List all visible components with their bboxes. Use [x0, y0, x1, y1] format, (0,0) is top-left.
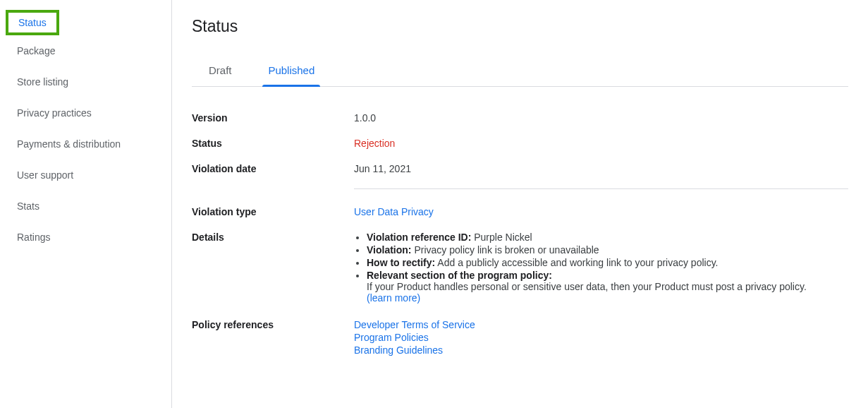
policy-section-text: If your Product handles personal or sens… [367, 281, 807, 292]
violation-date-value: Jun 11, 2021 [354, 163, 848, 174]
rectify-value: Add a publicly accessible and working li… [437, 257, 718, 268]
main-content: Status Draft Published Version 1.0.0 Sta… [172, 0, 868, 408]
sidebar: Status Package Store listing Privacy pra… [0, 0, 172, 408]
divider [354, 188, 848, 189]
sidebar-item-privacy-practices[interactable]: Privacy practices [0, 97, 171, 128]
sidebar-item-stats[interactable]: Stats [0, 191, 171, 222]
violation-detail-value: Privacy policy link is broken or unavail… [414, 244, 599, 256]
policy-section-label: Relevant section of the program policy: [367, 270, 552, 281]
sidebar-item-package[interactable]: Package [0, 35, 171, 66]
sidebar-item-ratings[interactable]: Ratings [0, 222, 171, 253]
version-label: Version [192, 112, 354, 124]
learn-more-link[interactable]: (learn more) [367, 292, 420, 304]
violation-date-label: Violation date [192, 163, 354, 174]
ref-id-label: Violation reference ID: [367, 232, 471, 243]
rectify-label: How to rectify: [367, 257, 435, 268]
status-value: Rejection [354, 138, 848, 149]
details-list: Violation reference ID: Purple Nickel Vi… [354, 232, 848, 304]
tabs: Draft Published [192, 56, 848, 87]
detail-policy-section: Relevant section of the program policy: … [367, 270, 848, 304]
detail-violation: Violation: Privacy policy link is broken… [367, 244, 848, 256]
detail-rectify: How to rectify: Add a publicly accessibl… [367, 257, 848, 268]
status-label: Status [192, 138, 354, 149]
version-value: 1.0.0 [354, 112, 848, 124]
sidebar-item-status[interactable]: Status [6, 10, 59, 35]
tab-draft[interactable]: Draft [192, 56, 249, 86]
policy-ref-program-policies[interactable]: Program Policies [354, 332, 848, 343]
ref-id-value: Purple Nickel [474, 232, 532, 243]
tab-published[interactable]: Published [251, 56, 331, 86]
policy-ref-branding[interactable]: Branding Guidelines [354, 344, 848, 356]
violation-detail-label: Violation: [367, 244, 412, 256]
violation-type-label: Violation type [192, 206, 354, 217]
sidebar-item-payments-distribution[interactable]: Payments & distribution [0, 128, 171, 160]
sidebar-item-store-listing[interactable]: Store listing [0, 66, 171, 97]
sidebar-item-user-support[interactable]: User support [0, 160, 171, 191]
detail-reference-id: Violation reference ID: Purple Nickel [367, 232, 848, 243]
violation-type-link[interactable]: User Data Privacy [354, 206, 434, 217]
policy-references-label: Policy references [192, 319, 354, 357]
details-label: Details [192, 232, 354, 305]
policy-ref-dev-tos[interactable]: Developer Terms of Service [354, 319, 848, 330]
page-title: Status [192, 17, 848, 36]
